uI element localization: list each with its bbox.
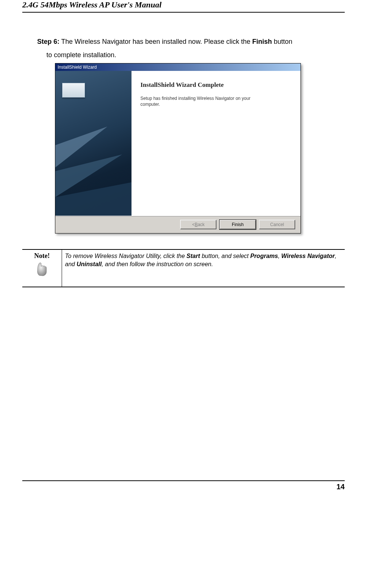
- cancel-button: Cancel: [259, 220, 295, 229]
- note-text-prefix: To remove Wireless Navigator Utility, cl…: [65, 253, 186, 259]
- step-paragraph: Step 6: The Wireless Navigator has been …: [22, 35, 345, 62]
- step-text-2: button: [272, 38, 292, 45]
- note-programs-bold: Programs: [250, 253, 278, 259]
- note-wn-bold: Wireless Navigator: [281, 253, 335, 259]
- note-label: Note!: [25, 252, 59, 260]
- back-underline: B: [195, 222, 198, 227]
- back-button: < Back: [180, 220, 217, 229]
- page-number: 14: [22, 481, 345, 491]
- finish-button-label: Finish: [232, 222, 244, 227]
- note-start-bold: Start: [186, 253, 200, 259]
- wizard-text-line2: computer.: [140, 101, 293, 107]
- wizard-text-line1: Setup has finished installing Wireless N…: [140, 95, 293, 101]
- manual-header-title: 2.4G 54Mbps Wireless AP User's Manual: [22, 0, 345, 12]
- wizard-titlebar: InstallShield Wizard: [55, 63, 301, 71]
- finish-word: Finish: [252, 38, 272, 45]
- note-table: Note! To remove Wireless Navigator Utili…: [22, 249, 345, 287]
- note-hand-icon: [36, 261, 48, 276]
- step-label: Step 6:: [37, 38, 59, 45]
- note-text: To remove Wireless Navigator Utility, cl…: [62, 249, 345, 287]
- note-uninstall-bold: Uninstall: [77, 261, 102, 267]
- finish-button[interactable]: Finish: [220, 220, 256, 229]
- note-text-mid1b: ,: [278, 253, 281, 259]
- note-text-mid1: button, and select: [200, 253, 250, 259]
- wizard-footer: < Back Finish Cancel: [55, 216, 301, 233]
- wizard-side-graphic: [55, 71, 131, 216]
- back-suffix: ack: [198, 222, 205, 227]
- install-wizard-window: InstallShield Wizard InstallShield Wizar…: [55, 63, 301, 233]
- note-text-suffix: , and then follow the instruction on scr…: [102, 261, 213, 267]
- cancel-button-label: Cancel: [270, 222, 284, 227]
- wizard-complete-title: InstallShield Wizard Complete: [140, 81, 293, 89]
- back-prefix: <: [192, 222, 195, 227]
- header-divider: [22, 12, 345, 13]
- step-text-line2: to complete installation.: [37, 48, 345, 62]
- step-text-1: The Wireless Navigator has been installe…: [59, 38, 252, 45]
